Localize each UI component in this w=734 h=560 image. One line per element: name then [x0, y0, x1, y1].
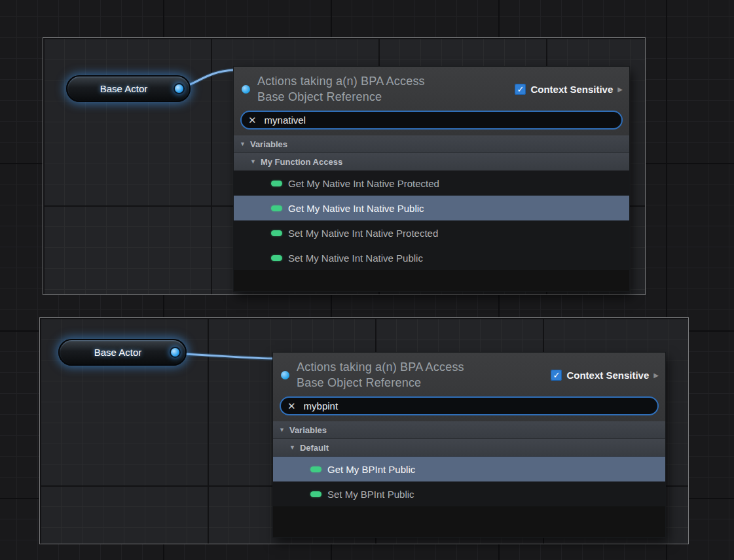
- blueprint-graph-canvas: { "colors": { "accent_blue": "#2fa3f0", …: [0, 0, 734, 560]
- pin-type-icon: [242, 85, 250, 94]
- menu-top: Actions taking a(n) BPA Access Base Obje…: [273, 353, 665, 421]
- context-sensitive-label: Context Sensitive: [566, 370, 649, 381]
- variable-pill-icon: [310, 491, 321, 497]
- variable-pill-icon: [271, 205, 282, 211]
- menu-title-line1: Actions taking a(n) BPA Access: [297, 359, 545, 375]
- list-item-label: Set My BPInt Public: [327, 489, 414, 500]
- list-item[interactable]: Set My Native Int Native Protected: [234, 220, 629, 245]
- clear-icon[interactable]: ✕: [287, 400, 296, 412]
- list-item-label: Get My Native Int Native Protected: [288, 178, 439, 189]
- context-sensitive-label: Context Sensitive: [530, 84, 613, 95]
- chevron-right-icon[interactable]: ▶: [617, 86, 623, 93]
- clear-icon[interactable]: ✕: [248, 114, 257, 126]
- section-label: My Function Access: [261, 157, 342, 167]
- section-label: Variables: [250, 139, 287, 149]
- node-label: Base Actor: [94, 347, 142, 358]
- menu-top: Actions taking a(n) BPA Access Base Obje…: [234, 67, 629, 135]
- menu-title-line1: Actions taking a(n) BPA Access: [257, 73, 509, 89]
- base-actor-node[interactable]: Base Actor: [58, 339, 187, 366]
- context-sensitive-toggle[interactable]: ✓ Context Sensitive ▶: [515, 84, 623, 95]
- list-item-selected[interactable]: Get My Native Int Native Public: [234, 196, 629, 220]
- action-list: ▼ Variables ▼ My Function Access Get My …: [234, 135, 629, 291]
- menu-header: Actions taking a(n) BPA Access Base Obje…: [240, 73, 623, 105]
- search-box: ✕: [240, 111, 623, 130]
- list-item-label: Set My Native Int Native Public: [288, 253, 423, 264]
- list-item[interactable]: Set My Native Int Native Public: [234, 245, 629, 270]
- output-pin-icon[interactable]: [175, 84, 183, 93]
- chevron-right-icon[interactable]: ▶: [653, 372, 659, 379]
- variable-pill-icon: [271, 255, 282, 261]
- section-header-my-function-access[interactable]: ▼ My Function Access: [234, 153, 629, 171]
- search-box: ✕: [280, 396, 659, 415]
- menu-title-line2: Base Object Reference: [297, 375, 545, 391]
- node-label: Base Actor: [100, 83, 148, 94]
- list-item-label: Get My Native Int Native Public: [288, 203, 424, 214]
- chevron-down-icon: ▼: [250, 158, 256, 165]
- section-header-variables[interactable]: ▼ Variables: [273, 421, 665, 439]
- graph-panel-bottom: Base Actor Actions taking a(n) BPA Acces…: [39, 317, 689, 544]
- section-label: Default: [300, 443, 329, 453]
- context-action-menu: Actions taking a(n) BPA Access Base Obje…: [272, 352, 666, 538]
- search-input[interactable]: [303, 400, 651, 412]
- search-input[interactable]: [263, 114, 615, 126]
- chevron-down-icon: ▼: [279, 427, 285, 433]
- section-label: Variables: [289, 425, 327, 435]
- pin-type-icon: [281, 371, 289, 379]
- menu-title: Actions taking a(n) BPA Access Base Obje…: [257, 73, 509, 105]
- context-action-menu: Actions taking a(n) BPA Access Base Obje…: [233, 66, 630, 292]
- section-header-default[interactable]: ▼ Default: [273, 439, 665, 457]
- list-item-label: Get My BPInt Public: [327, 464, 415, 475]
- menu-header: Actions taking a(n) BPA Access Base Obje…: [280, 359, 659, 391]
- menu-title-line2: Base Object Reference: [257, 89, 509, 105]
- variable-pill-icon: [271, 181, 282, 186]
- list-item[interactable]: Get My Native Int Native Protected: [234, 171, 629, 196]
- variable-pill-icon: [310, 466, 321, 472]
- menu-title: Actions taking a(n) BPA Access Base Obje…: [297, 359, 545, 391]
- checkbox-checked-icon[interactable]: ✓: [551, 370, 562, 381]
- action-list: ▼ Variables ▼ Default Get My BPInt Publi…: [273, 421, 665, 537]
- graph-panel-top: Base Actor Actions taking a(n) BPA Acces…: [43, 37, 646, 295]
- section-header-variables[interactable]: ▼ Variables: [234, 135, 629, 153]
- output-pin-icon[interactable]: [171, 348, 179, 357]
- variable-pill-icon: [271, 230, 282, 236]
- context-sensitive-toggle[interactable]: ✓ Context Sensitive ▶: [551, 370, 659, 381]
- chevron-down-icon: ▼: [289, 444, 295, 451]
- list-item[interactable]: Set My BPInt Public: [273, 481, 665, 506]
- chevron-down-icon: ▼: [240, 141, 246, 147]
- list-item-label: Set My Native Int Native Protected: [288, 228, 438, 239]
- checkbox-checked-icon[interactable]: ✓: [515, 84, 526, 95]
- base-actor-node[interactable]: Base Actor: [66, 75, 191, 102]
- list-item-selected[interactable]: Get My BPInt Public: [273, 457, 665, 481]
